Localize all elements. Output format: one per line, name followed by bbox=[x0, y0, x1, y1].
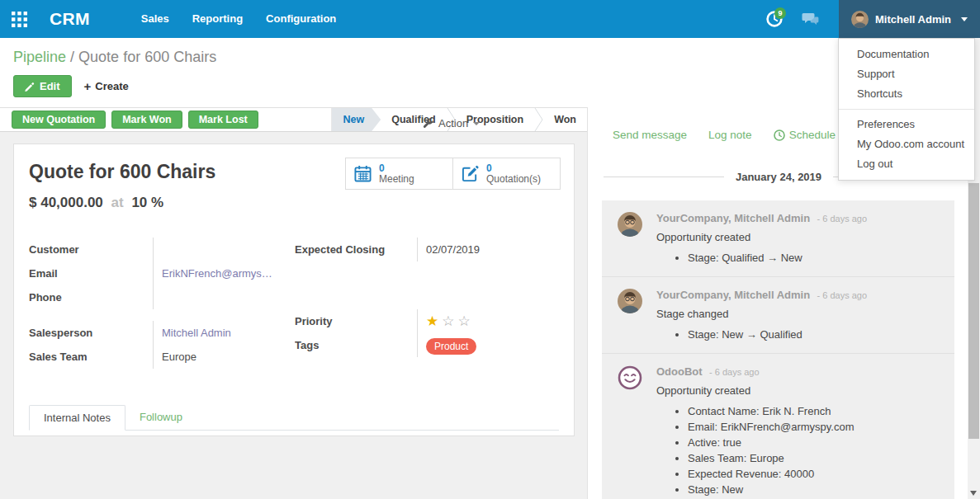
message-body: Opportunity created bbox=[656, 229, 944, 245]
tracking-value: Contact Name: Erik N. French bbox=[688, 403, 944, 419]
edit-button[interactable]: Edit bbox=[13, 75, 72, 97]
contact-field-group: Customer Email Phone ErikNFrench@armys… bbox=[29, 238, 295, 309]
tags-label: Tags bbox=[295, 333, 417, 357]
create-button[interactable]: + Create bbox=[84, 80, 129, 92]
message-author[interactable]: YourCompany, Mitchell Admin bbox=[656, 289, 810, 301]
tracking-value: Expected Revenue: 40000 bbox=[688, 466, 944, 482]
sales-field-group: Salesperson Sales Team Mitchell Admin Eu… bbox=[29, 321, 295, 369]
message-item: YourCompany, Mitchell Admin - 6 days ago… bbox=[602, 200, 954, 276]
activity-count-badge: 9 bbox=[774, 7, 786, 19]
app-brand[interactable]: CRM bbox=[50, 9, 90, 29]
opportunity-sheet: Quote for 600 Chairs $ 40,000.00 at 10 % bbox=[13, 144, 575, 436]
priority-label: Priority bbox=[295, 309, 417, 333]
activities-button[interactable]: 9 bbox=[756, 0, 793, 38]
menu-reporting[interactable]: Reporting bbox=[181, 0, 254, 38]
new-quotation-button[interactable]: New Quotation bbox=[12, 111, 106, 129]
avatar[interactable] bbox=[618, 289, 642, 313]
scrollbar-down-arrow[interactable] bbox=[970, 491, 977, 496]
breadcrumb-pipeline-link[interactable]: Pipeline bbox=[13, 49, 66, 65]
message-item: OdooBot - 6 days ago Opportunity created… bbox=[602, 353, 954, 499]
user-avatar-photo-icon bbox=[851, 11, 869, 28]
priority-stars: ★☆☆ bbox=[426, 309, 559, 333]
phone-label: Phone bbox=[29, 285, 153, 309]
user-avatar-photo-icon bbox=[618, 212, 642, 237]
sales-team-label: Sales Team bbox=[29, 345, 153, 369]
form-background: Quote for 600 Chairs $ 40,000.00 at 10 % bbox=[0, 132, 587, 499]
tracking-value: Sales Team: Europe bbox=[688, 450, 944, 466]
message-tracking-list: Stage: New → Qualified bbox=[656, 327, 944, 342]
mark-won-button[interactable]: Mark Won bbox=[111, 111, 182, 129]
menu-item-documentation[interactable]: Documentation bbox=[839, 45, 974, 64]
expected-revenue-row: $ 40,000.00 at 10 % bbox=[29, 195, 559, 211]
tag-product[interactable]: Product bbox=[426, 338, 476, 355]
email-value[interactable]: ErikNFrench@armys… bbox=[162, 261, 295, 285]
clock-icon bbox=[774, 129, 785, 141]
meeting-label: Meeting bbox=[379, 174, 414, 185]
scrollbar-thumb[interactable] bbox=[968, 183, 979, 439]
content-area: New Quotation Mark Won Mark Lost New Qua… bbox=[0, 107, 980, 499]
star-empty-icon[interactable]: ☆ bbox=[458, 313, 474, 329]
quotations-label: Quotation(s) bbox=[486, 174, 541, 185]
action-label: Action bbox=[438, 117, 468, 129]
menu-item-preferences[interactable]: Preferences bbox=[839, 115, 974, 134]
stage-won[interactable]: Won bbox=[543, 114, 587, 125]
sales-team-value[interactable]: Europe bbox=[162, 345, 295, 369]
apps-menu-button[interactable] bbox=[0, 0, 38, 38]
notebook-tabs: Internal Notes Followup bbox=[29, 405, 559, 431]
meeting-count: 0 bbox=[379, 163, 414, 174]
menu-item-support[interactable]: Support bbox=[839, 64, 974, 84]
user-avatar bbox=[851, 11, 869, 28]
send-message-button[interactable]: Send message bbox=[613, 129, 687, 141]
stat-buttons: 0 Meeting 0 Quo bbox=[345, 158, 561, 190]
star-filled-icon[interactable]: ★ bbox=[426, 313, 442, 329]
tracking-value: Active: true bbox=[688, 435, 944, 450]
message-timestamp: - 6 days ago bbox=[817, 214, 868, 224]
menu-sales[interactable]: Sales bbox=[130, 0, 181, 38]
phone-value[interactable] bbox=[162, 285, 295, 309]
message-author[interactable]: YourCompany, Mitchell Admin bbox=[656, 212, 810, 224]
message-tracking-list: Contact Name: Erik N. French Email: Erik… bbox=[656, 403, 944, 499]
log-note-button[interactable]: Log note bbox=[708, 129, 752, 141]
mark-lost-button[interactable]: Mark Lost bbox=[188, 111, 258, 129]
odoobot-avatar-icon bbox=[618, 365, 642, 390]
chevron-down-icon bbox=[961, 17, 968, 21]
expected-revenue-value: $ 40,000.00 bbox=[29, 195, 103, 210]
edit-button-label: Edit bbox=[40, 80, 60, 92]
action-dropdown-button[interactable]: Action bbox=[423, 117, 480, 129]
fields-grid: Customer Email Phone ErikNFrench@armys… bbox=[29, 238, 559, 369]
message-tracking-list: Stage: Qualified → New bbox=[656, 250, 944, 266]
menu-item-odoo-account[interactable]: My Odoo.com account bbox=[839, 134, 974, 154]
avatar[interactable] bbox=[618, 365, 642, 390]
expected-closing-value[interactable]: 02/07/2019 bbox=[426, 238, 559, 261]
chevron-down-icon bbox=[473, 122, 480, 125]
plus-icon: + bbox=[84, 81, 92, 92]
tracking-value: Stage: New → Qualified bbox=[688, 327, 944, 342]
avatar[interactable] bbox=[618, 212, 642, 237]
stage-new[interactable]: New bbox=[332, 108, 381, 131]
breadcrumb-separator: / bbox=[70, 49, 74, 65]
user-menu-button[interactable]: Mitchell Admin bbox=[839, 0, 980, 38]
menu-item-logout[interactable]: Log out bbox=[839, 154, 974, 174]
customer-value[interactable] bbox=[162, 238, 295, 261]
send-message-label: Send message bbox=[613, 129, 687, 141]
message-item: YourCompany, Mitchell Admin - 6 days ago… bbox=[602, 276, 954, 353]
menu-configuration[interactable]: Configuration bbox=[254, 0, 348, 38]
tab-followup[interactable]: Followup bbox=[125, 405, 196, 430]
separator-line bbox=[604, 177, 724, 177]
quotations-count: 0 bbox=[486, 163, 541, 174]
quotations-stat-button[interactable]: 0 Quotation(s) bbox=[452, 158, 561, 190]
message-author[interactable]: OdooBot bbox=[656, 365, 703, 378]
menu-divider bbox=[839, 109, 974, 110]
user-dropdown-menu: Documentation Support Shortcuts Preferen… bbox=[838, 38, 975, 181]
salesperson-value[interactable]: Mitchell Admin bbox=[162, 321, 295, 345]
message-timestamp: - 6 days ago bbox=[817, 290, 868, 300]
control-panel-buttons: Edit + Create bbox=[13, 75, 980, 97]
crm-opportunity-page: CRM Sales Reporting Configuration 9 bbox=[0, 0, 980, 499]
star-empty-icon[interactable]: ☆ bbox=[442, 313, 457, 329]
tab-internal-notes[interactable]: Internal Notes bbox=[29, 405, 125, 431]
wrench-icon bbox=[423, 118, 433, 129]
edit-note-icon bbox=[462, 165, 479, 182]
menu-item-shortcuts[interactable]: Shortcuts bbox=[839, 84, 974, 104]
messages-button[interactable] bbox=[793, 0, 829, 38]
meeting-stat-button[interactable]: 0 Meeting bbox=[345, 158, 453, 190]
